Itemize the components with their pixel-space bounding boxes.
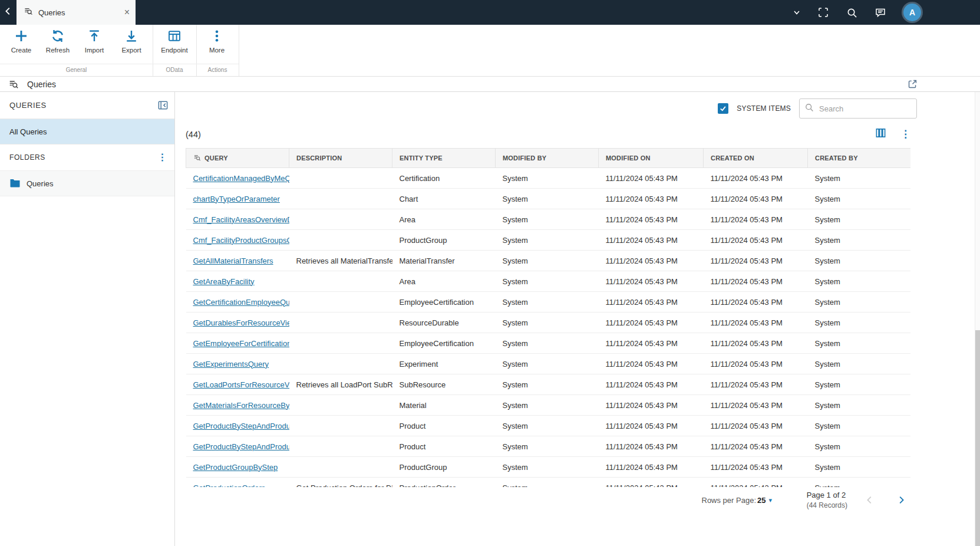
sidebar-item-queries-folder[interactable]: Queries [0, 171, 174, 196]
query-link[interactable]: GetCertificationEmployeeQuery [193, 298, 289, 307]
column-chooser-icon[interactable] [875, 127, 886, 141]
collapse-panel-icon[interactable] [157, 100, 169, 111]
more-button[interactable]: More [198, 28, 236, 63]
query-link[interactable]: CertificationManagedByMeQuery [193, 174, 289, 183]
query-link[interactable]: Cmf_FacilityProductGroupsOverview [193, 236, 289, 245]
chevron-down-icon[interactable] [793, 9, 800, 16]
table-row[interactable]: Cmf_FacilityProductGroupsOverviewProduct… [186, 230, 911, 251]
cell-description [289, 395, 392, 416]
cell-description [289, 209, 392, 230]
cell-query: GetProductByStepAndProductGroup [186, 416, 289, 436]
cell-modified-on: 11/11/2024 05:43 PM [599, 333, 704, 354]
records-info: (44 Records) [807, 501, 847, 509]
queries-table: QUERYDESCRIPTIONENTITY TYPEMODIFIED BYMO… [186, 148, 910, 487]
cell-modified-by: System [496, 395, 599, 416]
column-header[interactable]: CREATED BY [808, 149, 911, 168]
query-link[interactable]: GetExperimentsQuery [193, 360, 269, 369]
chevron-down-icon[interactable]: ▾ [768, 496, 772, 504]
sidebar-item-all-queries[interactable]: All Queries [0, 119, 174, 144]
column-header[interactable]: QUERY [186, 149, 289, 168]
table-row[interactable]: GetProductGroupByStepProductGroupSystem1… [186, 457, 911, 478]
query-link[interactable]: GetProductByStepAndProductGroup [193, 442, 289, 451]
query-link[interactable]: GetMaterialsForResourceByView [193, 401, 289, 410]
system-items-checkbox[interactable] [718, 103, 728, 114]
folders-title: FOLDERS [9, 153, 45, 162]
rows-per-page[interactable]: Rows per Page:25 ▾ [702, 496, 773, 505]
table-row[interactable]: GetMaterialsForResourceByViewMaterialSys… [186, 395, 911, 416]
cell-description [289, 416, 392, 436]
ribbon-toolbar: Create Refresh Import Export Endpoint Mo… [0, 25, 980, 77]
tab-close-button[interactable]: × [124, 8, 130, 17]
column-header[interactable]: MODIFIED BY [496, 149, 599, 168]
table-row[interactable]: GetProductionOrdersGet Production Orders… [186, 478, 911, 488]
endpoint-button[interactable]: Endpoint [156, 28, 193, 63]
cell-query: GetExperimentsQuery [186, 354, 289, 374]
cell-entity-type: Experiment [392, 354, 496, 374]
search-icon[interactable] [846, 7, 857, 18]
table-row[interactable]: GetDurablesForResourceViewResourceDurabl… [186, 313, 911, 333]
chat-icon[interactable] [875, 6, 886, 18]
table-row[interactable]: GetProductByStepAndProductGroupProductSy… [186, 416, 911, 436]
column-header[interactable]: ENTITY TYPE [392, 149, 496, 168]
scrollbar-thumb[interactable] [975, 330, 980, 546]
query-link[interactable]: chartByTypeOrParameter [193, 195, 280, 203]
query-link[interactable]: Cmf_FacilityAreasOverviewDashboard [193, 215, 289, 224]
prev-page-button[interactable] [864, 495, 875, 505]
group-divider [239, 25, 239, 76]
query-link[interactable]: GetAreaByFacility [193, 277, 255, 286]
cell-modified-by: System [496, 354, 599, 374]
table-row[interactable]: GetAreaByFacilityAreaSystem11/11/2024 05… [186, 271, 911, 292]
query-link[interactable]: GetLoadPortsForResourceView [193, 380, 289, 389]
column-header[interactable]: CREATED ON [704, 149, 808, 168]
search-box[interactable] [799, 98, 917, 119]
cell-created-on: 11/11/2024 05:43 PM [704, 395, 808, 416]
table-row[interactable]: GetAllMaterialTransfersRetrieves all Mat… [186, 251, 911, 271]
cell-query: GetCertificationEmployeeQuery [186, 292, 289, 313]
cell-entity-type: EmployeeCertification [392, 333, 496, 354]
column-header[interactable]: MODIFIED ON [599, 149, 704, 168]
table-row[interactable]: GetEmployeeForCertificationEmployeeCerti… [186, 333, 911, 354]
back-button[interactable] [0, 0, 17, 25]
query-link[interactable]: GetEmployeeForCertification [193, 339, 289, 348]
query-link[interactable]: GetDurablesForResourceView [193, 318, 289, 327]
cell-created-by: System [808, 313, 911, 333]
app-switcher-icon[interactable] [817, 6, 829, 18]
grid-menu-icon[interactable]: ⋮ [900, 129, 910, 139]
tab-queries[interactable]: Queries × [17, 0, 136, 25]
table-row[interactable]: chartByTypeOrParameterChartSystem11/11/2… [186, 189, 911, 209]
refresh-button[interactable]: Refresh [39, 28, 77, 63]
cell-created-on: 11/11/2024 05:43 PM [704, 189, 808, 209]
cell-query: Cmf_FacilityAreasOverviewDashboard [186, 209, 289, 230]
query-link[interactable]: GetProductGroupByStep [193, 463, 278, 472]
cell-created-by: System [808, 209, 911, 230]
cell-query: GetProductGroupByStep [186, 457, 289, 478]
import-button[interactable]: Import [75, 28, 113, 63]
table-row[interactable]: GetProductByStepAndProductGroupProductSy… [186, 436, 911, 457]
export-button[interactable]: Export [113, 28, 150, 63]
table-row[interactable]: GetExperimentsQueryExperimentSystem11/11… [186, 354, 911, 374]
table-body: CertificationManagedByMeQueryCertificati… [186, 168, 911, 488]
cell-modified-on: 11/11/2024 05:43 PM [599, 292, 704, 313]
table-row[interactable]: GetCertificationEmployeeQueryEmployeeCer… [186, 292, 911, 313]
query-link[interactable]: GetAllMaterialTransfers [193, 256, 273, 265]
create-button[interactable]: Create [2, 28, 40, 63]
column-header[interactable]: DESCRIPTION [289, 149, 392, 168]
expand-icon[interactable] [908, 79, 918, 89]
folders-menu-icon[interactable]: ⋮ [157, 153, 167, 162]
search-input[interactable] [818, 104, 912, 114]
query-link[interactable]: GetProductByStepAndProductGroup [193, 422, 289, 430]
table-row[interactable]: GetLoadPortsForResourceViewRetrieves all… [186, 374, 911, 395]
table-row[interactable]: CertificationManagedByMeQueryCertificati… [186, 168, 911, 189]
cell-modified-on: 11/11/2024 05:43 PM [599, 478, 704, 488]
cell-created-on: 11/11/2024 05:43 PM [704, 333, 808, 354]
next-page-button[interactable] [896, 495, 906, 505]
table-header-row: QUERYDESCRIPTIONENTITY TYPEMODIFIED BYMO… [186, 149, 911, 168]
table-row[interactable]: Cmf_FacilityAreasOverviewDashboardAreaSy… [186, 209, 911, 230]
avatar[interactable]: A [903, 4, 921, 21]
cell-modified-by: System [496, 271, 599, 292]
cell-created-on: 11/11/2024 05:43 PM [704, 416, 808, 436]
scrollbar[interactable] [975, 92, 980, 546]
cell-created-on: 11/11/2024 05:43 PM [704, 251, 808, 271]
folders-section-header: FOLDERS ⋮ [0, 144, 174, 171]
folder-icon [9, 178, 21, 189]
